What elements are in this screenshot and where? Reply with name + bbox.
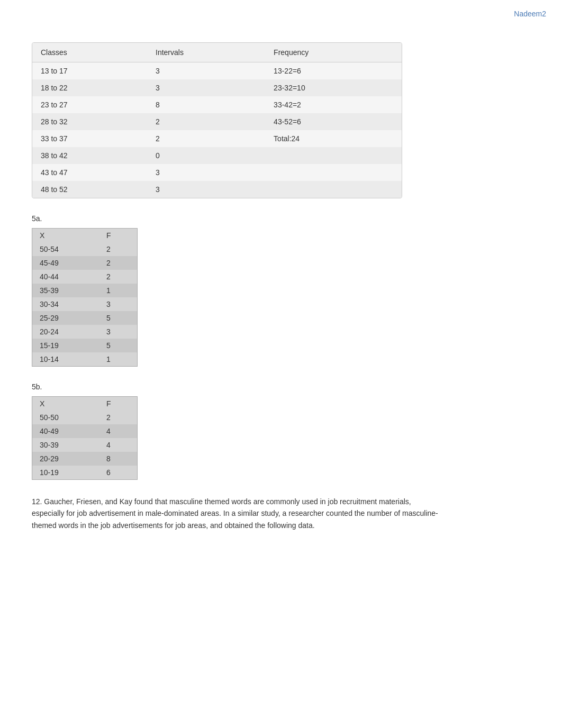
5a-col-f: F: [99, 229, 137, 242]
5a-cell-0-0: 50-54: [32, 242, 99, 256]
5a-cell-2-1: 2: [99, 270, 137, 284]
5a-cell-3-0: 35-39: [32, 284, 99, 297]
table-5a: X F 50-54245-49240-44235-39130-34325-295…: [32, 229, 137, 366]
main-table-container: Classes Intervals Frequency 13 to 17313-…: [32, 42, 402, 198]
main-table-cell-0-1: 3: [147, 62, 265, 80]
5a-cell-8-0: 10-14: [32, 352, 99, 366]
5b-cell-4-0: 10-19: [32, 466, 99, 479]
5a-cell-7-0: 15-19: [32, 339, 99, 352]
main-table-cell-4-0: 33 to 37: [32, 130, 147, 147]
table-5a-container: X F 50-54245-49240-44235-39130-34325-295…: [32, 228, 138, 367]
main-table-cell-2-1: 8: [147, 96, 265, 113]
5b-col-f: F: [99, 397, 137, 411]
5a-cell-4-0: 30-34: [32, 297, 99, 311]
5b-col-x: X: [32, 397, 99, 411]
main-table-cell-1-2: 23-32=10: [265, 79, 402, 96]
main-table-cell-6-0: 43 to 47: [32, 164, 147, 181]
section-5b-label: 5b.: [32, 383, 530, 391]
paragraph-body: Gaucher, Friesen, and Kay found that mas…: [32, 497, 438, 530]
5a-cell-5-1: 5: [99, 311, 137, 325]
5a-cell-4-1: 3: [99, 297, 137, 311]
main-table-cell-4-1: 2: [147, 130, 265, 147]
main-table-cell-0-0: 13 to 17: [32, 62, 147, 80]
5b-cell-2-0: 30-39: [32, 438, 99, 452]
main-table-cell-2-2: 33-42=2: [265, 96, 402, 113]
main-table-cell-3-1: 2: [147, 113, 265, 130]
paragraph-number: 12.: [32, 497, 42, 506]
5b-cell-3-1: 8: [99, 452, 137, 466]
main-data-table: Classes Intervals Frequency 13 to 17313-…: [32, 43, 402, 198]
5b-cell-0-0: 50-50: [32, 411, 99, 424]
col-header-classes: Classes: [32, 43, 147, 62]
main-table-cell-5-2: [265, 147, 402, 164]
main-table-cell-3-0: 28 to 32: [32, 113, 147, 130]
section-5a-label: 5a.: [32, 214, 530, 223]
main-table-cell-2-0: 23 to 27: [32, 96, 147, 113]
main-table-cell-1-1: 3: [147, 79, 265, 96]
username-label: Nadeem2: [514, 10, 546, 18]
5b-cell-1-1: 4: [99, 424, 137, 438]
5b-cell-0-1: 2: [99, 411, 137, 424]
5b-cell-2-1: 4: [99, 438, 137, 452]
table-5b: X F 50-50240-49430-39420-29810-196: [32, 397, 137, 479]
main-table-cell-5-1: 0: [147, 147, 265, 164]
5b-cell-1-0: 40-49: [32, 424, 99, 438]
col-header-intervals: Intervals: [147, 43, 265, 62]
5b-cell-3-0: 20-29: [32, 452, 99, 466]
5a-cell-0-1: 2: [99, 242, 137, 256]
main-table-cell-7-0: 48 to 52: [32, 181, 147, 198]
5a-cell-1-1: 2: [99, 256, 137, 270]
col-header-frequency: Frequency: [265, 43, 402, 62]
main-table-cell-3-2: 43-52=6: [265, 113, 402, 130]
table-5b-container: X F 50-50240-49430-39420-29810-196: [32, 396, 138, 480]
5b-cell-4-1: 6: [99, 466, 137, 479]
5a-cell-6-1: 3: [99, 325, 137, 339]
5a-cell-2-0: 40-44: [32, 270, 99, 284]
5a-cell-5-0: 25-29: [32, 311, 99, 325]
5a-cell-1-0: 45-49: [32, 256, 99, 270]
5a-col-x: X: [32, 229, 99, 242]
main-table-cell-5-0: 38 to 42: [32, 147, 147, 164]
5a-cell-6-0: 20-24: [32, 325, 99, 339]
main-table-cell-6-2: [265, 164, 402, 181]
paragraph-12: 12. Gaucher, Friesen, and Kay found that…: [32, 496, 445, 531]
main-table-cell-1-0: 18 to 22: [32, 79, 147, 96]
main-table-cell-6-1: 3: [147, 164, 265, 181]
main-table-cell-7-1: 3: [147, 181, 265, 198]
main-table-cell-0-2: 13-22=6: [265, 62, 402, 80]
5a-cell-3-1: 1: [99, 284, 137, 297]
main-table-cell-4-2: Total:24: [265, 130, 402, 147]
main-table-cell-7-2: [265, 181, 402, 198]
5a-cell-7-1: 5: [99, 339, 137, 352]
5a-cell-8-1: 1: [99, 352, 137, 366]
